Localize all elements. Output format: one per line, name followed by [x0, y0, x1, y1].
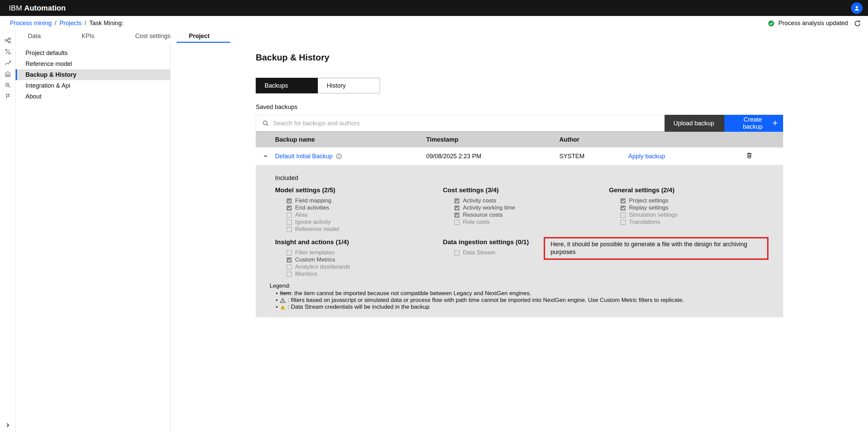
legend-text: : filters based on javascript or simulat… — [288, 297, 684, 304]
setting-label: Ignore activity — [295, 219, 331, 226]
backup-name-link[interactable]: Default Initial Backup — [275, 153, 332, 160]
checkbox-unchecked-icon — [287, 220, 292, 225]
legend-struck-item: Item — [280, 290, 291, 296]
apply-backup-link[interactable]: Apply backup — [628, 153, 665, 160]
sidebar-item-project-defaults[interactable]: Project defaults — [16, 48, 170, 58]
search-box — [256, 115, 665, 132]
user-icon — [853, 5, 860, 12]
checkbox-unchecked-icon — [287, 227, 292, 232]
settings-groups: Model settings (2/5) Field mappingEnd ac… — [275, 186, 770, 278]
search-input[interactable] — [273, 120, 664, 127]
setting-label: Data Stream — [463, 249, 495, 256]
breadcrumb-process-mining[interactable]: Process mining — [10, 20, 52, 27]
setting-checkbox-item: Resource costs — [454, 212, 609, 218]
setting-checkbox-item: Role costs — [454, 219, 609, 226]
col-author: Author — [559, 136, 628, 143]
collapse-row-button[interactable] — [256, 153, 275, 159]
refresh-icon[interactable] — [854, 20, 861, 27]
setting-checkbox-item: Activity working time — [454, 204, 609, 211]
checkbox-unchecked-icon — [454, 250, 459, 255]
upload-backup-button[interactable]: Upload backup — [665, 115, 724, 132]
col-backup-name: Backup name — [275, 136, 426, 143]
setting-checkbox-item: End activities — [287, 204, 443, 211]
brand: IBM Automation — [9, 4, 66, 13]
avatar[interactable] — [851, 2, 863, 14]
setting-checkbox-item: Activity costs — [454, 197, 609, 204]
check-circle-icon — [768, 20, 775, 27]
table-row: Default Initial Backup 09/08/2025 2:23 P… — [256, 147, 783, 165]
checkbox-unchecked-icon — [620, 213, 626, 218]
statistics-icon[interactable] — [4, 48, 11, 55]
create-backup-button[interactable]: Create backup + — [724, 115, 783, 132]
sidebar-item-about[interactable]: About — [16, 91, 170, 102]
bullet: • — [276, 290, 278, 297]
breadcrumb: Process mining / Projects / Task Mining: — [10, 20, 123, 27]
included-label: Included — [275, 175, 770, 182]
tab-kpis[interactable]: KPIs — [69, 31, 123, 43]
setting-checkbox-item: Project settings — [620, 197, 770, 204]
bullet: • — [276, 297, 278, 304]
legend: Legend: • Item: the item cannot be impor… — [270, 283, 770, 310]
setting-label: Filter templates — [295, 249, 334, 256]
status-area: Process analysis updated — [768, 20, 861, 27]
tab-project[interactable]: Project — [177, 31, 230, 43]
legend-item-filters: • : filters based on javascript or simul… — [276, 297, 770, 304]
setting-label: Resource costs — [463, 212, 503, 218]
tab-cost-settings[interactable]: Cost settings — [123, 31, 177, 43]
setting-label: Replay settings — [629, 204, 668, 211]
page-tab-strip: Data KPIs Cost settings Project — [16, 31, 868, 43]
setting-label: Monitors — [295, 271, 317, 277]
breadcrumb-separator: / — [55, 20, 56, 27]
checkbox-unchecked-icon — [287, 272, 292, 277]
setting-label: Translations — [629, 219, 660, 226]
trend-chart-icon[interactable] — [4, 59, 11, 66]
setting-label: Analytics dashboards — [295, 264, 350, 270]
checkbox-unchecked-icon — [287, 265, 292, 270]
setting-checkbox-item: Reference model — [287, 226, 443, 233]
group-cost-settings: Cost settings (3/4) Activity costsActivi… — [443, 186, 609, 233]
tab-history[interactable]: History — [318, 78, 380, 93]
setting-checkbox-item: Analytics dashboards — [287, 264, 443, 270]
setting-label: Alias — [295, 212, 308, 218]
sidebar-item-integration-api[interactable]: Integration & Api — [16, 80, 170, 91]
explore-icon[interactable] — [4, 82, 11, 89]
group-items: Project settingsReplay settingsSimulatio… — [609, 197, 770, 226]
app-body: Data KPIs Cost settings Project Project … — [0, 31, 868, 432]
sidebar-item-reference-model[interactable]: Reference model — [16, 58, 170, 69]
tab-data[interactable]: Data — [16, 31, 69, 43]
checkbox-checked-icon — [620, 198, 626, 203]
process-flow-icon[interactable] — [4, 37, 11, 44]
info-icon[interactable] — [336, 153, 342, 159]
setting-checkbox-item: Ignore activity — [287, 219, 443, 226]
group-title: Cost settings (3/4) — [443, 186, 609, 194]
view-switcher: Backups History — [256, 78, 783, 93]
tab-backups[interactable]: Backups — [256, 78, 318, 93]
setting-label: End activities — [295, 204, 329, 211]
checkbox-checked-icon — [620, 205, 626, 211]
backups-toolbar: Upload backup Create backup + — [256, 115, 783, 132]
sidebar-item-backup-history[interactable]: Backup & History — [16, 69, 170, 80]
group-insight-actions: Insight and actions (1/4) Filter templat… — [275, 238, 443, 278]
group-model-settings: Model settings (2/5) Field mappingEnd ac… — [275, 186, 443, 233]
create-backup-label: Create backup — [733, 116, 772, 130]
main-content: Backup & History Backups History Saved b… — [170, 43, 868, 432]
trash-icon[interactable] — [746, 152, 753, 159]
legend-text: : the item cannot be imported because no… — [291, 290, 531, 296]
setting-checkbox-item: Custom Metrics — [287, 256, 443, 263]
setting-label: Custom Metrics — [295, 256, 335, 263]
annotation-box: Here, it should be possible to generate … — [544, 237, 768, 260]
saved-backups-label: Saved backups — [256, 104, 783, 111]
chevron-up-icon — [263, 153, 269, 159]
col-timestamp: Timestamp — [426, 136, 559, 143]
breadcrumb-projects[interactable]: Projects — [59, 20, 82, 27]
rail-expand-button[interactable] — [4, 422, 11, 429]
backup-timestamp: 09/08/2025 2:23 PM — [426, 153, 559, 160]
breadcrumb-current: Task Mining: — [89, 20, 123, 27]
search-icon — [262, 120, 269, 127]
organization-icon[interactable] — [4, 71, 11, 77]
tools-icon[interactable] — [4, 93, 11, 100]
checkbox-checked-icon — [454, 205, 459, 211]
table-header: Backup name Timestamp Author — [256, 132, 783, 147]
project-side-nav: Project defaults Reference model Backup … — [16, 43, 170, 432]
breadcrumb-separator: / — [85, 20, 86, 27]
